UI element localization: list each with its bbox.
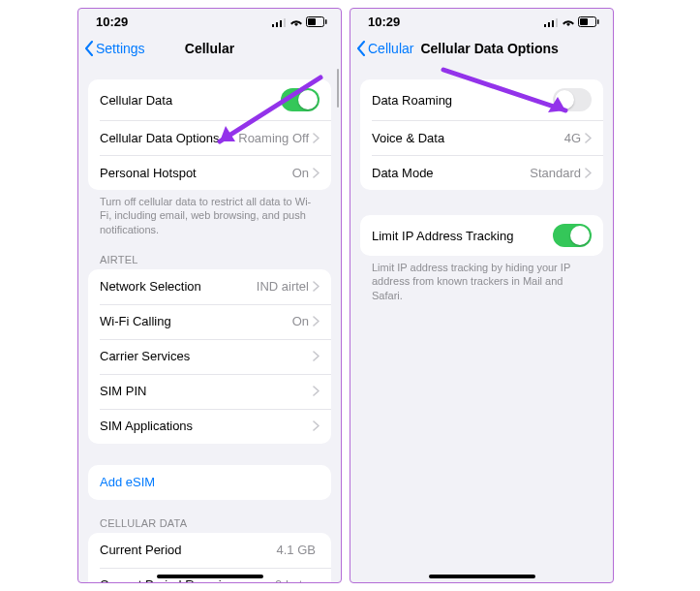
row-detail: 4G	[564, 131, 581, 145]
svg-rect-8	[548, 22, 550, 27]
row-label: SIM PIN	[100, 384, 313, 398]
status-bar: 10:29	[78, 9, 341, 31]
row-label: Data Roaming	[372, 93, 553, 108]
chevron-right-icon	[313, 168, 320, 178]
data-roaming-row[interactable]: Data Roaming	[360, 79, 603, 120]
row-label: Data Mode	[372, 166, 530, 180]
signal-icon	[544, 17, 559, 27]
back-label: Settings	[96, 41, 145, 56]
status-icons	[272, 16, 327, 27]
group-header-airtel: AIRTEL	[88, 236, 331, 269]
wifi-icon	[289, 17, 303, 27]
chevron-right-icon	[313, 316, 320, 327]
limit-ip-row[interactable]: Limit IP Address Tracking	[360, 215, 603, 256]
chevron-left-icon	[356, 41, 366, 56]
row-label: Current Period Roaming	[100, 577, 275, 583]
row-label: Cellular Data Options	[100, 131, 238, 145]
sim-pin-row[interactable]: SIM PIN	[88, 374, 331, 409]
svg-rect-13	[597, 19, 599, 24]
row-label: Cellular Data	[100, 93, 281, 108]
svg-rect-0	[272, 24, 274, 27]
row-detail: Standard	[530, 166, 581, 180]
chevron-right-icon	[313, 351, 320, 361]
chevron-right-icon	[585, 168, 592, 178]
svg-rect-3	[284, 18, 286, 27]
chevron-right-icon	[313, 133, 320, 143]
content: Cellular Data Cellular Data Options Roam…	[78, 79, 341, 583]
home-indicator	[429, 575, 535, 578]
row-detail: On	[292, 314, 309, 328]
row-detail: 4.1 GB	[277, 543, 316, 557]
home-indicator	[157, 575, 263, 578]
row-label: Personal Hotspot	[100, 166, 292, 180]
group-footer: Turn off cellular data to restrict all d…	[88, 190, 331, 236]
status-time: 10:29	[368, 15, 400, 29]
page-title: Cellular	[185, 41, 234, 56]
signal-icon	[272, 17, 287, 27]
row-label: Wi-Fi Calling	[100, 314, 292, 328]
sim-applications-row[interactable]: SIM Applications	[88, 409, 331, 444]
chevron-right-icon	[313, 420, 320, 431]
current-period-row[interactable]: Current Period 4.1 GB	[88, 533, 331, 568]
chevron-right-icon	[313, 386, 320, 396]
group-footer: Limit IP address tracking by hiding your…	[360, 256, 603, 302]
row-label: Network Selection	[100, 279, 257, 294]
status-time: 10:29	[96, 15, 128, 29]
svg-rect-2	[280, 20, 282, 27]
svg-rect-10	[556, 18, 558, 27]
battery-icon	[306, 16, 327, 27]
svg-rect-12	[580, 18, 588, 25]
cellular-data-options-row[interactable]: Cellular Data Options Roaming Off	[88, 120, 331, 155]
svg-rect-9	[552, 20, 554, 27]
row-detail: Roaming Off	[238, 131, 309, 145]
chevron-left-icon	[84, 41, 94, 56]
cellular-screen: 10:29 Settings Cellular Cellular Data Ce…	[77, 8, 342, 583]
page-title: Cellular Data Options	[403, 41, 577, 56]
limit-ip-toggle[interactable]	[553, 224, 592, 247]
row-label: Add eSIM	[100, 475, 155, 489]
cellular-data-row[interactable]: Cellular Data	[88, 79, 331, 120]
row-label: Limit IP Address Tracking	[372, 229, 553, 243]
status-bar: 10:29	[350, 9, 613, 31]
chevron-right-icon	[313, 281, 320, 292]
svg-rect-1	[276, 22, 278, 27]
svg-rect-6	[325, 19, 327, 24]
personal-hotspot-row[interactable]: Personal Hotspot On	[88, 155, 331, 190]
row-label: SIM Applications	[100, 419, 313, 433]
content: Data Roaming Voice & Data 4G Data Mode S…	[350, 79, 613, 302]
voice-data-row[interactable]: Voice & Data 4G	[360, 120, 603, 155]
back-button[interactable]: Settings	[84, 41, 145, 56]
row-label: Voice & Data	[372, 131, 564, 145]
nav-bar: Settings Cellular	[78, 31, 341, 66]
chevron-right-icon	[585, 133, 592, 143]
network-selection-row[interactable]: Network Selection IND airtel	[88, 269, 331, 304]
row-detail: On	[292, 166, 309, 180]
nav-bar: Cellular Cellular Data Options	[350, 31, 613, 66]
group-header-cellulardata: CELLULAR DATA	[88, 500, 331, 533]
add-esim-row[interactable]: Add eSIM	[88, 465, 331, 500]
wifi-icon	[562, 17, 575, 27]
data-mode-row[interactable]: Data Mode Standard	[360, 155, 603, 190]
data-roaming-toggle[interactable]	[553, 88, 592, 111]
status-icons	[544, 16, 599, 27]
battery-icon	[578, 16, 599, 27]
row-label: Current Period	[100, 543, 277, 557]
carrier-services-row[interactable]: Carrier Services	[88, 339, 331, 374]
row-detail: IND airtel	[257, 279, 309, 294]
wifi-calling-row[interactable]: Wi-Fi Calling On	[88, 304, 331, 339]
cellular-data-toggle[interactable]	[281, 88, 320, 111]
scroll-indicator	[337, 69, 339, 108]
cellular-data-options-screen: 10:29 Cellular Cellular Data Options Dat…	[350, 8, 614, 583]
svg-rect-5	[308, 18, 316, 25]
svg-rect-7	[544, 24, 546, 27]
row-label: Carrier Services	[100, 349, 313, 363]
row-detail: 0 bytes	[275, 577, 316, 583]
